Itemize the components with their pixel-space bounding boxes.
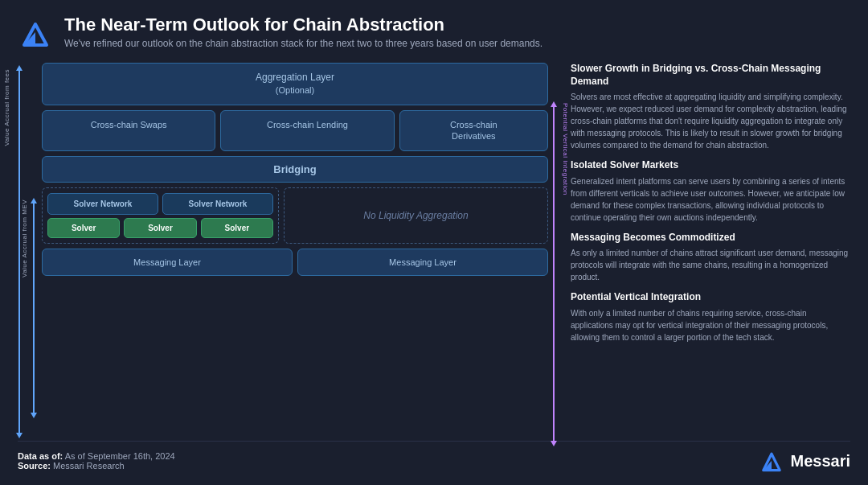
solvers-row: Solver Network Solver Network Solver — [42, 187, 548, 244]
main-content: Value Accrual from fees Value Accrual fr… — [18, 63, 850, 433]
insight-text-3: With only a limited number of chains req… — [571, 307, 850, 343]
brand-name: Messari — [791, 452, 851, 471]
right-panel: Slower Growth in Bridging vs. Cross-Chai… — [571, 63, 850, 433]
solver-label-2: Solver — [148, 224, 173, 232]
header-text-block: The Near-Term Outlook for Chain Abstract… — [64, 14, 542, 49]
cross-chain-lending-box: Cross-chain Lending — [220, 110, 394, 151]
insight-text-0: Solvers are most effective at aggregatin… — [571, 91, 850, 151]
diagram-inner: Aggregation Layer(Optional) Cross-chain … — [42, 63, 548, 433]
arrow-vi-down — [551, 441, 557, 446]
solver-group-left: Solver Network Solver Network Solver — [42, 187, 279, 244]
no-liquidity-box: No Liquidity Aggregation — [284, 187, 548, 244]
arrow-fees-line — [18, 71, 20, 433]
arrow-mev-up — [31, 198, 37, 203]
bridging-box: Bridging — [42, 156, 548, 183]
arrow-fees-down — [16, 433, 23, 438]
source-label: Source: — [18, 461, 51, 471]
insight-title-3: Potential Vertical Integration — [571, 291, 850, 304]
data-as-of-value: As of September 16th, 2024 — [65, 451, 175, 461]
solver-label-1: Solver — [72, 224, 96, 232]
bridging-label: Bridging — [273, 163, 316, 175]
footer-logo: Messari — [759, 448, 851, 474]
page-container: The Near-Term Outlook for Chain Abstract… — [0, 0, 868, 485]
label-potential-vertical-integration: Potential Vertical Integration — [562, 103, 569, 195]
products-row: Cross-chain Swaps Cross-chain Lending Cr… — [42, 110, 548, 151]
cross-chain-derivatives-box: Cross-chainDerivatives — [399, 110, 548, 151]
messaging-label-2: Messaging Layer — [389, 257, 457, 267]
footer: Data as of: As of September 16th, 2024 S… — [18, 441, 850, 474]
data-as-of-label: Data as of: — [18, 451, 63, 461]
solver-label-3: Solver — [225, 224, 250, 232]
solver-box-3: Solver — [201, 218, 273, 238]
messaging-label-1: Messaging Layer — [133, 257, 201, 267]
footer-logo-icon — [759, 448, 784, 474]
insight-text-1: Generalized intent platforms can serve u… — [571, 175, 850, 224]
arrow-mev-line — [33, 203, 35, 413]
insight-title-2: Messaging Becomes Commoditized — [571, 232, 850, 245]
messaging-box-2: Messaging Layer — [297, 249, 548, 276]
footer-data: Data as of: As of September 16th, 2024 S… — [18, 451, 175, 471]
solver-box-2: Solver — [124, 218, 196, 238]
solvers-mini-row: Solver Solver Solver — [47, 218, 273, 238]
solver-network-row: Solver Network Solver Network — [47, 193, 273, 215]
cross-chain-swaps-label: Cross-chain Swaps — [91, 120, 167, 129]
header: The Near-Term Outlook for Chain Abstract… — [18, 14, 850, 51]
aggregation-layer-label: Aggregation Layer(Optional) — [256, 72, 334, 96]
cross-chain-lending-label: Cross-chain Lending — [267, 120, 348, 129]
insight-item-3: Potential Vertical Integration With only… — [571, 291, 850, 343]
insight-title-0: Slower Growth in Bridging vs. Cross-Chai… — [571, 63, 850, 88]
label-value-accrual-fees: Value Accrual from fees — [3, 69, 10, 146]
arrow-mev-down — [31, 413, 37, 418]
aggregation-layer-box: Aggregation Layer(Optional) — [42, 63, 548, 105]
solver-network-box-1: Solver Network — [47, 193, 158, 215]
label-value-accrual-mev: Value Accrual from MEV — [21, 199, 28, 277]
arrow-vi-line — [553, 107, 555, 441]
messari-logo-icon — [18, 16, 53, 51]
solver-network-label-2: Solver Network — [189, 199, 248, 208]
insight-title-1: Isolated Solver Markets — [571, 159, 850, 172]
cross-chain-derivatives-label: Cross-chainDerivatives — [450, 120, 497, 141]
page-title: The Near-Term Outlook for Chain Abstract… — [64, 14, 542, 35]
page-subtitle: We've refined our outlook on the chain a… — [64, 38, 542, 49]
arrow-vi-up — [551, 101, 557, 107]
solver-network-box-2: Solver Network — [162, 193, 273, 215]
solver-box-1: Solver — [47, 218, 120, 238]
source-value: Messari Research — [53, 461, 125, 471]
insight-item-1: Isolated Solver Markets Generalized inte… — [571, 159, 850, 224]
arrow-fees-up — [16, 65, 23, 71]
messaging-box-1: Messaging Layer — [42, 249, 293, 276]
no-liquidity-label: No Liquidity Aggregation — [363, 210, 468, 221]
solver-network-label-1: Solver Network — [74, 199, 133, 208]
cross-chain-swaps-box: Cross-chain Swaps — [42, 110, 215, 151]
diagram-area: Value Accrual from fees Value Accrual fr… — [18, 63, 556, 433]
insight-item-0: Slower Growth in Bridging vs. Cross-Chai… — [571, 63, 850, 151]
insight-item-2: Messaging Becomes Commoditized As only a… — [571, 232, 850, 284]
insight-text-2: As only a limited number of chains attra… — [571, 247, 850, 283]
messaging-row: Messaging Layer Messaging Layer — [42, 249, 548, 276]
